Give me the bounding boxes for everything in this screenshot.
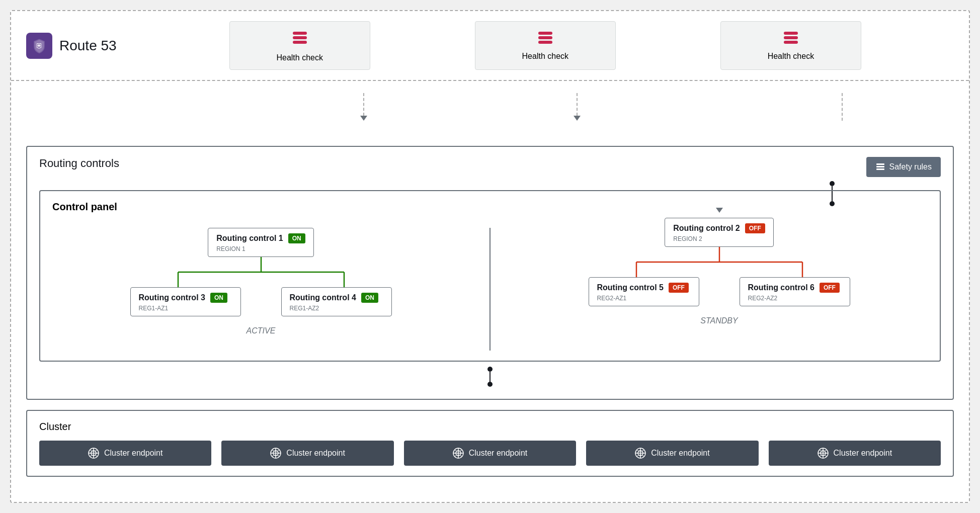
cp-right-standby: Routing control 2 OFF REGION 2: [491, 228, 928, 351]
cluster-endpoint-btn-3[interactable]: Cluster endpoint: [404, 441, 576, 466]
svg-rect-7: [538, 41, 552, 44]
rc6-region: REG2-AZ2: [748, 295, 842, 302]
routing-controls-section: Routing controls Safety rules Co: [26, 146, 954, 400]
dashed-line-hc2: [574, 93, 581, 121]
cluster-endpoint-icon-3: [453, 448, 464, 459]
svg-rect-2: [293, 32, 307, 35]
brand-area: ⛨ Route 53: [26, 33, 117, 59]
rc2-children: Routing control 5 OFF REG2-AZ1 Routing c…: [589, 277, 850, 306]
svg-rect-10: [784, 41, 798, 44]
health-check-icon-3: [782, 29, 800, 49]
rc3-name: Routing control 3: [139, 293, 205, 302]
rc3-card-top: Routing control 3 ON: [139, 293, 232, 303]
cluster-endpoint-btn-5[interactable]: Cluster endpoint: [769, 441, 941, 466]
rc5-card-top: Routing control 5 OFF: [597, 283, 691, 293]
cluster-endpoint-btn-1[interactable]: Cluster endpoint: [39, 441, 211, 466]
svg-rect-3: [293, 36, 307, 39]
rc5-card[interactable]: Routing control 5 OFF REG2-AZ1: [589, 277, 699, 306]
health-check-icon-1: [291, 29, 309, 50]
route53-title: Route 53: [59, 38, 117, 54]
rc5-region: REG2-AZ1: [597, 295, 691, 302]
svg-text:⛨: ⛨: [36, 42, 43, 50]
cluster-endpoint-btn-2[interactable]: Cluster endpoint: [221, 441, 393, 466]
safety-rules-label: Safety rules: [889, 162, 932, 172]
rc2-region: REGION 2: [673, 235, 765, 242]
rc4-region: REG1-AZ2: [290, 305, 383, 312]
svg-rect-12: [876, 166, 884, 167]
rc1-tree: Routing control 1 ON REGION 1: [52, 228, 469, 316]
health-check-icon-2: [536, 29, 554, 49]
svg-rect-13: [876, 168, 884, 170]
rc3-badge: ON: [210, 293, 227, 303]
svg-rect-4: [293, 41, 307, 44]
health-check-3[interactable]: Health check: [720, 21, 861, 70]
safety-rules-button[interactable]: Safety rules: [866, 157, 941, 177]
rc1-badge: ON: [288, 233, 305, 243]
rc2-tree: Routing control 2 OFF REGION 2: [511, 218, 928, 306]
rc-outer-header: Routing controls Safety rules: [39, 157, 941, 178]
svg-rect-8: [784, 32, 798, 35]
cp-left-active: Routing control 1 ON REGION 1: [52, 228, 491, 351]
rc5-arrow-indicator: [716, 208, 723, 213]
cluster-endpoint-icon-4: [635, 448, 646, 459]
dashed-line-hc3: [842, 93, 843, 121]
rc6-name: Routing control 6: [748, 283, 814, 292]
rc6-badge: OFF: [820, 283, 840, 293]
safety-rules-icon: [875, 162, 885, 172]
rc5-badge: OFF: [669, 283, 689, 293]
rc1-region: REGION 1: [216, 245, 305, 252]
standby-label: STANDBY: [700, 316, 738, 325]
cluster-endpoint-btn-4[interactable]: Cluster endpoint: [586, 441, 758, 466]
health-check-1[interactable]: Health check: [229, 21, 370, 70]
rc2-card-top: Routing control 2 OFF: [673, 223, 765, 233]
health-check-2[interactable]: Health check: [475, 21, 616, 70]
page-header: ⛨ Route 53 Health check: [11, 11, 969, 81]
control-panel-title: Control panel: [52, 201, 928, 213]
cluster-endpoint-label-2: Cluster endpoint: [286, 449, 345, 458]
health-check-label-2: Health check: [522, 52, 569, 61]
panel-cluster-connector: [39, 367, 941, 387]
green-connector-svg: [130, 257, 392, 287]
cluster-endpoint-label-5: Cluster endpoint: [834, 449, 892, 458]
dashed-line-hc1: [360, 93, 367, 121]
svg-rect-11: [876, 163, 884, 165]
red-connector-svg: [589, 247, 850, 277]
page-body: Routing controls Safety rules Co: [11, 81, 969, 489]
cluster-endpoint-icon-1: [88, 448, 99, 459]
svg-rect-6: [538, 36, 552, 39]
rc1-card-top: Routing control 1 ON: [216, 233, 305, 243]
cluster-endpoint-icon-5: [818, 448, 829, 459]
cluster-section: Cluster Cluster endpoint: [26, 410, 954, 477]
health-checks-area: Health check Health check: [137, 21, 954, 70]
rc1-name: Routing control 1: [216, 234, 283, 243]
svg-rect-5: [538, 32, 552, 35]
rc5-name: Routing control 5: [597, 283, 664, 292]
health-check-label-3: Health check: [768, 52, 814, 61]
active-label: ACTIVE: [247, 326, 276, 335]
routing-controls-title: Routing controls: [39, 157, 119, 170]
rc4-card[interactable]: Routing control 4 ON REG1-AZ2: [281, 287, 392, 316]
rc6-card[interactable]: Routing control 6 OFF REG2-AZ2: [740, 277, 850, 306]
rc4-card-top: Routing control 4 ON: [290, 293, 383, 303]
route53-icon: ⛨: [26, 33, 52, 59]
rc2-card[interactable]: Routing control 2 OFF REGION 2: [665, 218, 773, 247]
cluster-endpoints-row: Cluster endpoint Cluster endpoint: [39, 441, 941, 466]
rc1-card[interactable]: Routing control 1 ON REGION 1: [208, 228, 313, 257]
control-panel: Control panel Routing control 1 ON REGIO: [39, 190, 941, 362]
cluster-endpoint-label-4: Cluster endpoint: [651, 449, 710, 458]
dashed-connectors-area: [26, 93, 954, 121]
rc3-card[interactable]: Routing control 3 ON REG1-AZ1: [130, 287, 241, 316]
rc6-card-top: Routing control 6 OFF: [748, 283, 842, 293]
cluster-endpoint-icon-2: [270, 448, 281, 459]
cluster-endpoint-label-1: Cluster endpoint: [104, 449, 163, 458]
cp-split: Routing control 1 ON REGION 1: [52, 228, 928, 351]
rc2-badge: OFF: [745, 223, 765, 233]
rc4-badge: ON: [361, 293, 378, 303]
cluster-endpoint-label-3: Cluster endpoint: [469, 449, 528, 458]
health-check-label-1: Health check: [276, 53, 323, 62]
svg-rect-9: [784, 36, 798, 39]
cluster-title: Cluster: [39, 421, 941, 433]
rc2-name: Routing control 2: [673, 224, 740, 233]
rc1-children: Routing control 3 ON REG1-AZ1 Routing co…: [130, 287, 392, 316]
rc3-region: REG1-AZ1: [139, 305, 232, 312]
